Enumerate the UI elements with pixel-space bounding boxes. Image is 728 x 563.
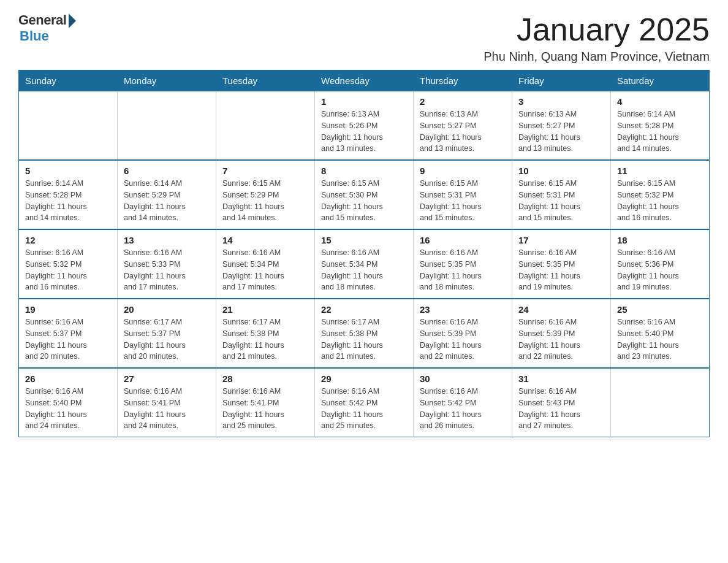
- day-number: 17: [518, 235, 604, 245]
- calendar-cell: 12Sunrise: 6:16 AMSunset: 5:32 PMDayligh…: [19, 229, 118, 299]
- calendar-header-wednesday: Wednesday: [315, 71, 414, 91]
- day-info: Sunrise: 6:13 AMSunset: 5:27 PMDaylight:…: [420, 109, 506, 155]
- day-info: Sunrise: 6:16 AMSunset: 5:42 PMDaylight:…: [321, 386, 407, 432]
- day-number: 19: [25, 304, 111, 315]
- calendar-cell: [19, 91, 118, 161]
- day-info: Sunrise: 6:15 AMSunset: 5:32 PMDaylight:…: [617, 178, 703, 224]
- day-info: Sunrise: 6:16 AMSunset: 5:40 PMDaylight:…: [617, 316, 703, 362]
- calendar-header-thursday: Thursday: [414, 71, 512, 91]
- calendar-cell: 13Sunrise: 6:16 AMSunset: 5:33 PMDayligh…: [118, 229, 216, 299]
- logo-arrow-icon: [69, 13, 76, 28]
- location-text: Phu Ninh, Quang Nam Province, Vietnam: [483, 50, 710, 64]
- day-info: Sunrise: 6:13 AMSunset: 5:26 PMDaylight:…: [321, 109, 407, 155]
- calendar-cell: 20Sunrise: 6:17 AMSunset: 5:37 PMDayligh…: [118, 299, 216, 368]
- page-header: General Blue January 2025 Phu Ninh, Quan…: [18, 12, 710, 64]
- day-info: Sunrise: 6:16 AMSunset: 5:41 PMDaylight:…: [124, 386, 210, 432]
- calendar-cell: 6Sunrise: 6:14 AMSunset: 5:29 PMDaylight…: [118, 160, 216, 229]
- day-info: Sunrise: 6:16 AMSunset: 5:41 PMDaylight:…: [222, 386, 308, 432]
- logo-general-text: General: [18, 12, 66, 28]
- calendar-header-saturday: Saturday: [611, 71, 710, 91]
- day-number: 28: [222, 373, 308, 384]
- calendar-table: SundayMondayTuesdayWednesdayThursdayFrid…: [18, 70, 710, 437]
- day-number: 15: [321, 235, 407, 245]
- calendar-cell: 10Sunrise: 6:15 AMSunset: 5:31 PMDayligh…: [512, 160, 611, 229]
- day-info: Sunrise: 6:14 AMSunset: 5:29 PMDaylight:…: [124, 178, 210, 224]
- calendar-cell: 23Sunrise: 6:16 AMSunset: 5:39 PMDayligh…: [414, 299, 512, 368]
- calendar-cell: [216, 91, 315, 161]
- day-number: 25: [617, 304, 703, 315]
- calendar-cell: 19Sunrise: 6:16 AMSunset: 5:37 PMDayligh…: [19, 299, 118, 368]
- calendar-cell: [611, 368, 710, 437]
- calendar-cell: 14Sunrise: 6:16 AMSunset: 5:34 PMDayligh…: [216, 229, 315, 299]
- calendar-cell: 27Sunrise: 6:16 AMSunset: 5:41 PMDayligh…: [118, 368, 216, 437]
- calendar-cell: 9Sunrise: 6:15 AMSunset: 5:31 PMDaylight…: [414, 160, 512, 229]
- day-info: Sunrise: 6:16 AMSunset: 5:42 PMDaylight:…: [420, 386, 506, 432]
- day-info: Sunrise: 6:16 AMSunset: 5:35 PMDaylight:…: [420, 247, 506, 293]
- calendar-header-monday: Monday: [118, 71, 216, 91]
- day-info: Sunrise: 6:16 AMSunset: 5:43 PMDaylight:…: [518, 386, 604, 432]
- calendar-cell: 31Sunrise: 6:16 AMSunset: 5:43 PMDayligh…: [512, 368, 611, 437]
- day-number: 23: [420, 304, 506, 315]
- day-info: Sunrise: 6:16 AMSunset: 5:34 PMDaylight:…: [222, 247, 308, 293]
- calendar-cell: 26Sunrise: 6:16 AMSunset: 5:40 PMDayligh…: [19, 368, 118, 437]
- day-info: Sunrise: 6:17 AMSunset: 5:37 PMDaylight:…: [124, 316, 210, 362]
- calendar-cell: 28Sunrise: 6:16 AMSunset: 5:41 PMDayligh…: [216, 368, 315, 437]
- calendar-week-row: 19Sunrise: 6:16 AMSunset: 5:37 PMDayligh…: [19, 299, 710, 368]
- day-number: 3: [518, 96, 604, 107]
- calendar-cell: 30Sunrise: 6:16 AMSunset: 5:42 PMDayligh…: [414, 368, 512, 437]
- calendar-cell: 21Sunrise: 6:17 AMSunset: 5:38 PMDayligh…: [216, 299, 315, 368]
- day-info: Sunrise: 6:17 AMSunset: 5:38 PMDaylight:…: [222, 316, 308, 362]
- calendar-week-row: 1Sunrise: 6:13 AMSunset: 5:26 PMDaylight…: [19, 91, 710, 161]
- calendar-header-tuesday: Tuesday: [216, 71, 315, 91]
- day-number: 29: [321, 373, 407, 384]
- day-info: Sunrise: 6:15 AMSunset: 5:29 PMDaylight:…: [222, 178, 308, 224]
- day-number: 2: [420, 96, 506, 107]
- calendar-header-friday: Friday: [512, 71, 611, 91]
- day-number: 18: [617, 235, 703, 245]
- logo-blue-text: Blue: [20, 28, 49, 44]
- day-number: 13: [124, 235, 210, 245]
- calendar-cell: 18Sunrise: 6:16 AMSunset: 5:36 PMDayligh…: [611, 229, 710, 299]
- calendar-header-row: SundayMondayTuesdayWednesdayThursdayFrid…: [19, 71, 710, 91]
- day-info: Sunrise: 6:16 AMSunset: 5:35 PMDaylight:…: [518, 247, 604, 293]
- day-info: Sunrise: 6:16 AMSunset: 5:36 PMDaylight:…: [617, 247, 703, 293]
- calendar-cell: 25Sunrise: 6:16 AMSunset: 5:40 PMDayligh…: [611, 299, 710, 368]
- day-number: 9: [420, 166, 506, 176]
- day-number: 1: [321, 96, 407, 107]
- day-info: Sunrise: 6:16 AMSunset: 5:32 PMDaylight:…: [25, 247, 111, 293]
- day-number: 10: [518, 166, 604, 176]
- calendar-cell: 4Sunrise: 6:14 AMSunset: 5:28 PMDaylight…: [611, 91, 710, 161]
- calendar-cell: 16Sunrise: 6:16 AMSunset: 5:35 PMDayligh…: [414, 229, 512, 299]
- calendar-cell: 3Sunrise: 6:13 AMSunset: 5:27 PMDaylight…: [512, 91, 611, 161]
- day-number: 7: [222, 166, 308, 176]
- title-section: January 2025 Phu Ninh, Quang Nam Provinc…: [483, 12, 710, 64]
- day-number: 11: [617, 166, 703, 176]
- calendar-header-sunday: Sunday: [19, 71, 118, 91]
- day-number: 12: [25, 235, 111, 245]
- calendar-cell: 22Sunrise: 6:17 AMSunset: 5:38 PMDayligh…: [315, 299, 414, 368]
- day-info: Sunrise: 6:15 AMSunset: 5:30 PMDaylight:…: [321, 178, 407, 224]
- day-number: 20: [124, 304, 210, 315]
- month-title: January 2025: [483, 12, 710, 47]
- day-number: 26: [25, 373, 111, 384]
- calendar-cell: 29Sunrise: 6:16 AMSunset: 5:42 PMDayligh…: [315, 368, 414, 437]
- calendar-cell: 1Sunrise: 6:13 AMSunset: 5:26 PMDaylight…: [315, 91, 414, 161]
- calendar-week-row: 12Sunrise: 6:16 AMSunset: 5:32 PMDayligh…: [19, 229, 710, 299]
- day-info: Sunrise: 6:17 AMSunset: 5:38 PMDaylight:…: [321, 316, 407, 362]
- day-info: Sunrise: 6:14 AMSunset: 5:28 PMDaylight:…: [617, 109, 703, 155]
- day-number: 5: [25, 166, 111, 176]
- calendar-cell: 24Sunrise: 6:16 AMSunset: 5:39 PMDayligh…: [512, 299, 611, 368]
- calendar-cell: 5Sunrise: 6:14 AMSunset: 5:28 PMDaylight…: [19, 160, 118, 229]
- calendar-cell: 11Sunrise: 6:15 AMSunset: 5:32 PMDayligh…: [611, 160, 710, 229]
- calendar-week-row: 26Sunrise: 6:16 AMSunset: 5:40 PMDayligh…: [19, 368, 710, 437]
- day-number: 6: [124, 166, 210, 176]
- day-info: Sunrise: 6:16 AMSunset: 5:34 PMDaylight:…: [321, 247, 407, 293]
- day-info: Sunrise: 6:14 AMSunset: 5:28 PMDaylight:…: [25, 178, 111, 224]
- day-number: 27: [124, 373, 210, 384]
- logo: General Blue: [18, 12, 76, 44]
- calendar-week-row: 5Sunrise: 6:14 AMSunset: 5:28 PMDaylight…: [19, 160, 710, 229]
- day-number: 14: [222, 235, 308, 245]
- day-number: 4: [617, 96, 703, 107]
- day-info: Sunrise: 6:16 AMSunset: 5:39 PMDaylight:…: [420, 316, 506, 362]
- calendar-cell: 7Sunrise: 6:15 AMSunset: 5:29 PMDaylight…: [216, 160, 315, 229]
